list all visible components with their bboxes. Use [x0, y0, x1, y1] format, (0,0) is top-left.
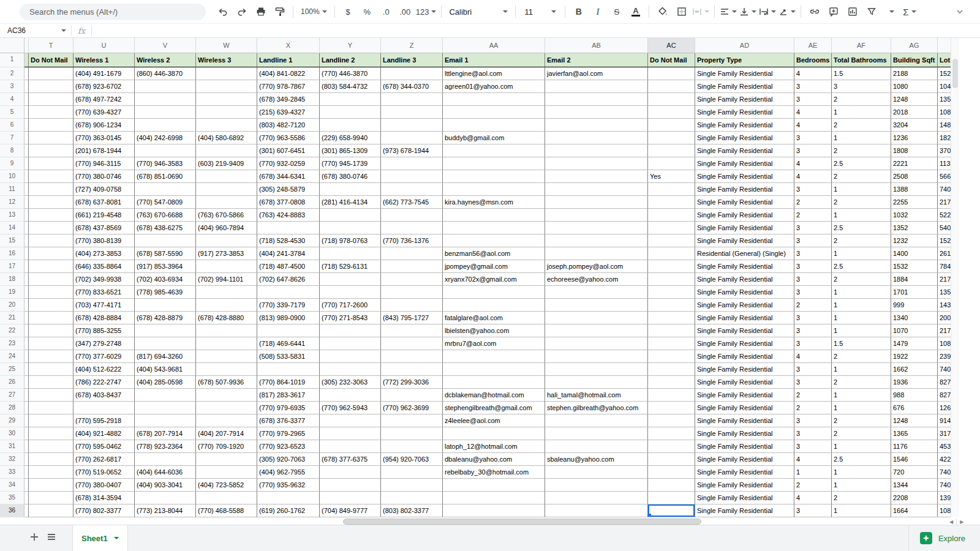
cell-W35[interactable]: [196, 492, 257, 504]
cell-V18[interactable]: (702) 403-6934: [135, 273, 196, 286]
cell-AE33[interactable]: 1: [794, 466, 832, 479]
cell-AE7[interactable]: 3: [794, 132, 832, 144]
cell-AC26[interactable]: [648, 376, 695, 389]
row-header-9[interactable]: 9: [0, 157, 24, 170]
cell-AA4[interactable]: [443, 93, 545, 106]
cell-S34[interactable]: [24, 479, 29, 492]
cell-AE8[interactable]: 3: [794, 144, 832, 157]
cell-AH33[interactable]: 7405: [938, 466, 951, 479]
cell-AH13[interactable]: 5227: [938, 209, 951, 222]
cell-W15[interactable]: [196, 234, 257, 247]
cell-Y8[interactable]: (301) 865-1309: [320, 144, 381, 157]
cell-W12[interactable]: [196, 196, 257, 209]
row-header-14[interactable]: 14: [0, 222, 24, 234]
cell-W14[interactable]: (404) 960-7894: [196, 222, 257, 234]
cell-AH17[interactable]: 7841: [938, 260, 951, 273]
cell-V8[interactable]: [135, 144, 196, 157]
cell-AF25[interactable]: 1: [832, 363, 891, 376]
cell-X7[interactable]: (770) 963-5586: [257, 132, 320, 144]
horizontal-scrollbar-thumb[interactable]: [343, 519, 701, 525]
cell-V12[interactable]: (770) 547-0809: [135, 196, 196, 209]
cell-AD16[interactable]: Residential (General) (Single): [695, 247, 794, 260]
cell-AG15[interactable]: 1232: [891, 234, 938, 247]
cell-AB24[interactable]: [545, 350, 648, 363]
cell-AB28[interactable]: stephen.gilbreath@yahoo.com: [545, 402, 648, 414]
cell-AG7[interactable]: 1236: [891, 132, 938, 144]
cell-AC8[interactable]: [648, 144, 695, 157]
cell-AA30[interactable]: [443, 427, 545, 440]
bold-button[interactable]: B: [569, 4, 588, 20]
cell-AC13[interactable]: [648, 209, 695, 222]
cell-AG30[interactable]: 1365: [891, 427, 938, 440]
cell-Z27[interactable]: [381, 389, 443, 402]
cell-AB22[interactable]: [545, 324, 648, 337]
cell-T21[interactable]: [29, 312, 74, 324]
cell-Z2[interactable]: [381, 67, 443, 80]
cell-AD28[interactable]: Single Family Residential: [695, 402, 794, 414]
cell-U24[interactable]: (770) 377-6029: [74, 350, 135, 363]
column-header-AD[interactable]: AD: [695, 38, 794, 53]
cell-AC30[interactable]: [648, 427, 695, 440]
cell-W25[interactable]: [196, 363, 257, 376]
cell-AH3[interactable]: 1045: [938, 80, 951, 93]
cell-X23[interactable]: (718) 469-6441: [257, 337, 320, 350]
cell-W23[interactable]: [196, 337, 257, 350]
cell-S15[interactable]: [24, 234, 29, 247]
row-header-16[interactable]: 16: [0, 247, 24, 260]
italic-button[interactable]: I: [588, 4, 607, 20]
cell-AG26[interactable]: 1936: [891, 376, 938, 389]
cell-AB29[interactable]: [545, 414, 648, 427]
cell-Y2[interactable]: (770) 446-3870: [320, 67, 381, 80]
sheet-tab-sheet1[interactable]: Sheet1: [72, 525, 128, 551]
cell-AG5[interactable]: 2018: [891, 106, 938, 119]
cell-X5[interactable]: (215) 639-4327: [257, 106, 320, 119]
cell-W33[interactable]: [196, 466, 257, 479]
cell-AB21[interactable]: [545, 312, 648, 324]
cell-U19[interactable]: (770) 833-6521: [74, 286, 135, 299]
cell-AA16[interactable]: benzman56@aol.com: [443, 247, 545, 260]
cell-AC20[interactable]: [648, 299, 695, 312]
row-header-27[interactable]: 27: [0, 389, 24, 402]
row-header-17[interactable]: 17: [0, 260, 24, 273]
row-header-33[interactable]: 33: [0, 466, 24, 479]
cell-AE13[interactable]: 2: [794, 209, 832, 222]
cell-V16[interactable]: (678) 587-5590: [135, 247, 196, 260]
cell-AE20[interactable]: 2: [794, 299, 832, 312]
cell-V34[interactable]: (404) 903-3041: [135, 479, 196, 492]
cell-Y18[interactable]: [320, 273, 381, 286]
cell-Z29[interactable]: [381, 414, 443, 427]
cell-S7[interactable]: [24, 132, 29, 144]
cell-AA19[interactable]: [443, 286, 545, 299]
insert-chart-button[interactable]: [843, 4, 862, 20]
column-header-T[interactable]: T: [29, 38, 74, 53]
cell-AB19[interactable]: [545, 286, 648, 299]
cell-AA10[interactable]: [443, 170, 545, 183]
cell-T27[interactable]: [29, 389, 74, 402]
cell-W29[interactable]: [196, 414, 257, 427]
cell-AG33[interactable]: 720: [891, 466, 938, 479]
row-header-29[interactable]: 29: [0, 414, 24, 427]
row-header-18[interactable]: 18: [0, 273, 24, 286]
cell-S26[interactable]: [24, 376, 29, 389]
cell-S33[interactable]: [24, 466, 29, 479]
cell-AB26[interactable]: [545, 376, 648, 389]
cell-S35[interactable]: [24, 492, 29, 504]
cell-U7[interactable]: (770) 363-0145: [74, 132, 135, 144]
insert-link-button[interactable]: [805, 4, 824, 20]
font-size-select[interactable]: 11: [519, 4, 561, 20]
cell-AC27[interactable]: [648, 389, 695, 402]
cell-AF24[interactable]: 2: [832, 350, 891, 363]
cell-AC3[interactable]: [648, 80, 695, 93]
cell-AF21[interactable]: 1: [832, 312, 891, 324]
cell-Y15[interactable]: (718) 978-0763: [320, 234, 381, 247]
cell-U29[interactable]: (770) 595-2918: [74, 414, 135, 427]
cell-V10[interactable]: (678) 851-0690: [135, 170, 196, 183]
column-header-S[interactable]: [24, 38, 29, 53]
column-header-U[interactable]: U: [74, 38, 135, 53]
cell-Z23[interactable]: [381, 337, 443, 350]
row-header-10[interactable]: 10: [0, 170, 24, 183]
cell-AG1[interactable]: Building Sqft: [891, 53, 938, 67]
cell-AE1[interactable]: Bedrooms: [794, 53, 832, 67]
cell-AF22[interactable]: 1: [832, 324, 891, 337]
row-header-21[interactable]: 21: [0, 312, 24, 324]
